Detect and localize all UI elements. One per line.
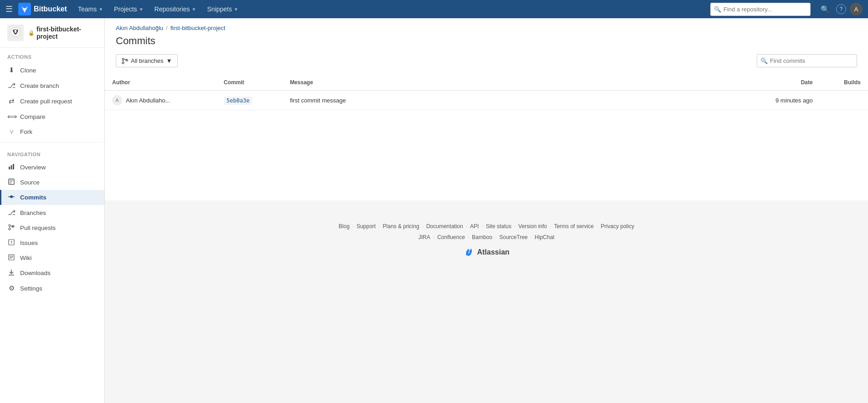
find-repository-input[interactable] — [710, 3, 811, 16]
atlassian-logo: Atlassian — [114, 247, 859, 258]
branch-icon: ⎇ — [7, 82, 16, 90]
table-row: A Akın Abdullaho... 5eb0a3e first commit… — [105, 91, 868, 110]
message-header: Message — [283, 75, 740, 91]
sidebar-item-branches[interactable]: ⎇ Branches — [0, 205, 104, 220]
sidebar-item-fork[interactable]: ⑂ Fork — [0, 124, 104, 139]
svg-point-30 — [122, 62, 124, 64]
find-repository-wrap: 🔍 — [710, 3, 811, 16]
svg-point-5 — [16, 31, 18, 32]
search-icon: 🔍 — [714, 6, 721, 13]
sidebar-item-downloads[interactable]: Downloads — [0, 265, 104, 281]
svg-rect-7 — [11, 165, 12, 169]
footer-tool-bamboo[interactable]: Bamboo — [472, 234, 492, 240]
nav-teams[interactable]: Teams ▼ — [73, 0, 108, 18]
all-branches-button[interactable]: All branches ▼ — [116, 54, 178, 67]
compare-icon: ⟺ — [7, 112, 16, 121]
navigation-section-label: NAVIGATION — [0, 145, 104, 160]
nav-snippets[interactable]: Snippets ▼ — [202, 0, 243, 18]
svg-point-13 — [10, 195, 13, 198]
footer-link-api[interactable]: API — [470, 223, 479, 230]
sidebar-item-overview[interactable]: Overview — [0, 160, 104, 175]
sidebar-item-settings[interactable]: ⚙ Settings — [0, 281, 104, 296]
commit-message-cell: first commit message — [283, 91, 740, 110]
source-icon — [7, 179, 16, 186]
atlassian-label: Atlassian — [477, 248, 509, 256]
svg-point-29 — [122, 58, 124, 60]
footer-tool-sourcetree[interactable]: SourceTree — [499, 234, 527, 240]
logo-text: Bitbucket — [34, 5, 67, 13]
sidebar-item-commits[interactable]: Commits — [0, 190, 104, 205]
table-header: Author Commit Message Date Builds — [105, 75, 868, 91]
svg-text:A: A — [854, 6, 858, 13]
downloads-icon — [7, 269, 16, 277]
commits-page: Akın Abdullahoğlu / first-bitbucket-proj… — [105, 18, 868, 200]
bitbucket-logo-icon — [18, 3, 31, 15]
search-icon[interactable]: 🔍 — [818, 5, 832, 14]
chevron-down-icon: ▼ — [234, 7, 238, 12]
main-layout: 🔒 first-bitbucket-project ACTIONS ⬇ Clon… — [0, 18, 868, 403]
repo-header: 🔒 first-bitbucket-project — [0, 18, 104, 48]
footer-link-docs[interactable]: Documentation — [426, 223, 463, 230]
find-commits-input[interactable] — [757, 54, 857, 67]
page-title: Commits — [105, 33, 868, 54]
atlassian-icon — [463, 247, 474, 258]
breadcrumb-separator: / — [166, 25, 168, 31]
svg-text:A: A — [115, 97, 119, 103]
user-avatar[interactable]: A — [850, 3, 863, 15]
nav-projects[interactable]: Projects ▼ — [109, 0, 148, 18]
wiki-icon — [7, 254, 16, 262]
svg-point-22 — [11, 243, 12, 244]
footer-links: Blog · Support · Plans & pricing · Docum… — [114, 223, 859, 230]
sidebar-item-compare[interactable]: ⟺ Compare — [0, 109, 104, 124]
branches-icon: ⎇ — [7, 209, 16, 217]
find-commits-wrap: 🔍 — [757, 54, 857, 67]
author-header: Author — [105, 75, 217, 91]
repo-name: 🔒 first-bitbucket-project — [28, 26, 97, 40]
hamburger-menu[interactable]: ☰ — [5, 4, 13, 14]
svg-point-16 — [9, 224, 10, 226]
help-icon[interactable]: ? — [836, 4, 846, 14]
footer-link-version[interactable]: Version info — [518, 223, 547, 230]
commit-builds-cell — [820, 91, 868, 110]
footer-tool-hipchat[interactable]: HipChat — [535, 234, 554, 240]
author-cell: A Akın Abdullaho... — [105, 91, 217, 110]
breadcrumb-repo[interactable]: first-bitbucket-project — [170, 25, 226, 31]
footer-tool-confluence[interactable]: Confluence — [437, 234, 465, 240]
logo-area[interactable]: Bitbucket — [18, 3, 67, 15]
clone-icon: ⬇ — [7, 66, 16, 74]
chevron-down-icon: ▼ — [139, 7, 144, 12]
chevron-down-icon: ▼ — [191, 7, 196, 12]
main-content: Akın Abdullahoğlu / first-bitbucket-proj… — [105, 18, 868, 403]
sidebar-item-clone[interactable]: ⬇ Clone — [0, 62, 104, 78]
sidebar-item-pull-requests[interactable]: Pull requests — [0, 220, 104, 235]
svg-point-17 — [9, 228, 10, 230]
overview-icon — [7, 163, 16, 171]
footer-link-privacy[interactable]: Privacy policy — [601, 223, 634, 230]
breadcrumb-author[interactable]: Akın Abdullahoğlu — [116, 25, 163, 31]
footer-link-support[interactable]: Support — [356, 223, 376, 230]
commits-table: Author Commit Message Date Builds — [105, 75, 868, 110]
footer-tool-jira[interactable]: JIRA — [418, 234, 430, 240]
sidebar-item-wiki[interactable]: Wiki — [0, 250, 104, 265]
footer-link-terms[interactable]: Terms of service — [554, 223, 594, 230]
pull-request-icon: ⇄ — [7, 97, 16, 105]
sidebar-item-source[interactable]: Source — [0, 175, 104, 190]
sidebar: 🔒 first-bitbucket-project ACTIONS ⬇ Clon… — [0, 18, 105, 403]
sidebar-item-issues[interactable]: Issues — [0, 235, 104, 250]
footer-link-status[interactable]: Site status — [486, 223, 512, 230]
top-navigation: ☰ Bitbucket Teams ▼ Projects ▼ Repositor… — [0, 0, 868, 18]
author-avatar: A — [112, 95, 122, 105]
sidebar-item-create-branch[interactable]: ⎇ Create branch — [0, 78, 104, 93]
search-icon: 🔍 — [760, 57, 768, 64]
commit-hash-link[interactable]: 5eb0a3e — [224, 97, 253, 105]
nav-repositories[interactable]: Repositories ▼ — [150, 0, 201, 18]
footer-link-blog[interactable]: Blog — [339, 223, 350, 230]
sidebar-item-create-pull-request[interactable]: ⇄ Create pull request — [0, 93, 104, 109]
commits-table-body: A Akın Abdullaho... 5eb0a3e first commit… — [105, 91, 868, 110]
svg-point-4 — [14, 31, 15, 32]
footer: Blog · Support · Plans & pricing · Docum… — [105, 209, 868, 271]
chevron-down-icon: ▼ — [166, 57, 172, 64]
svg-rect-8 — [13, 164, 14, 169]
actions-section-label: ACTIONS — [0, 48, 104, 62]
footer-link-plans[interactable]: Plans & pricing — [383, 223, 419, 230]
